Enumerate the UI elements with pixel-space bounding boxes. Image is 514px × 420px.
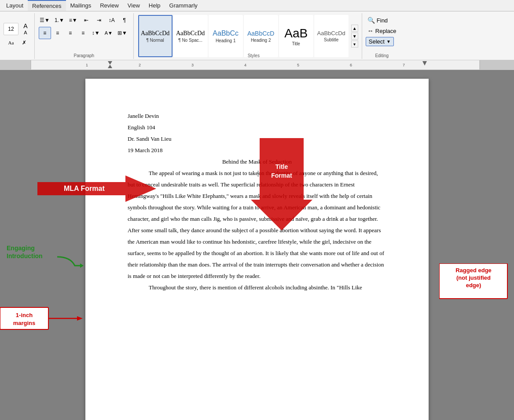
style-heading1[interactable]: AaBbCc Heading 1 — [209, 15, 243, 57]
svg-text:edge): edge) — [466, 282, 481, 289]
paragraph-label: Paragraph — [73, 52, 94, 58]
font-size-input[interactable]: 12 — [4, 23, 18, 35]
ribbon: Layout References Mailings Review View H… — [0, 0, 514, 60]
find-btn[interactable]: 🔍 Find — [366, 16, 389, 25]
svg-rect-23 — [439, 263, 507, 299]
select-dropdown-icon: ▼ — [386, 39, 391, 44]
essay-title: Behind the Mask of Seduction — [128, 156, 386, 168]
font-size-group: 12 A A Aa ✗ — [1, 13, 35, 59]
svg-marker-22 — [80, 263, 84, 268]
clear-format-btn[interactable]: ✗ — [18, 37, 30, 49]
style-h2-preview: AaBbCcD — [247, 30, 274, 37]
line-spacing-btn[interactable]: ↕▼ — [90, 27, 102, 39]
svg-text:1: 1 — [86, 63, 88, 67]
svg-text:Introduction: Introduction — [7, 252, 43, 259]
show-marks-btn[interactable]: ¶ — [118, 14, 131, 26]
select-btn[interactable]: Select ▼ — [366, 37, 394, 46]
decrease-indent-btn[interactable]: ⇤ — [80, 14, 92, 26]
professor-line: Dr. Sandi Van Lieu — [128, 133, 386, 145]
style-title-label: Title — [292, 41, 300, 46]
style-title-preview: AaB — [284, 26, 308, 40]
svg-rect-0 — [0, 60, 514, 70]
svg-text:4: 4 — [244, 63, 246, 67]
font-case-btn[interactable]: Aa — [5, 37, 17, 49]
course-line: English 104 — [128, 122, 386, 133]
svg-text:Engaging: Engaging — [7, 245, 35, 252]
style-nospace-preview: AaBbCcDd — [176, 30, 205, 37]
svg-rect-29 — [0, 307, 48, 329]
editing-group: 🔍 Find ↔ Replace Select ▼ Editing — [362, 13, 402, 59]
borders-btn[interactable]: ⊞▼ — [115, 27, 129, 39]
style-subtitle-preview: AaBbCcDd — [317, 30, 345, 37]
tab-mailings[interactable]: Mailings — [66, 0, 96, 11]
style-h2-label: Heading 2 — [251, 38, 271, 43]
style-heading2[interactable]: AaBbCcD Heading 2 — [244, 15, 278, 57]
document-page: Janelle Devin English 104 Dr. Sandi Van … — [85, 79, 429, 420]
styles-group: AaBbCcDd ¶ Normal AaBbCcDd ¶ No Spac... … — [134, 13, 362, 59]
replace-label: Replace — [375, 28, 397, 34]
justify-btn[interactable]: ≡ — [77, 27, 89, 39]
replace-icon: ↔ — [367, 27, 374, 34]
svg-text:1-inch: 1-inch — [16, 312, 33, 318]
date-line: 19 March 2018 — [128, 145, 386, 156]
svg-rect-1 — [0, 60, 31, 70]
essay-paragraph-1: The appeal of wearing a mask is not just… — [128, 168, 386, 282]
styles-scroll-down[interactable]: ▼ — [351, 33, 358, 40]
svg-rect-2 — [480, 60, 514, 70]
increase-indent-btn[interactable]: ⇥ — [93, 14, 105, 26]
style-subtitle-label: Subtitle — [324, 37, 338, 42]
increase-font-btn[interactable]: A — [19, 23, 32, 29]
replace-btn[interactable]: ↔ Replace — [366, 26, 398, 35]
align-left-btn[interactable]: ≡ — [39, 27, 51, 39]
ribbon-tab-bar: Layout References Mailings Review View H… — [0, 0, 514, 11]
style-h1-preview: AaBbCc — [213, 29, 239, 37]
svg-text:(not justified: (not justified — [456, 274, 491, 281]
decrease-font-btn[interactable]: A — [19, 29, 32, 36]
bullet-list-btn[interactable]: ☰▼ — [37, 14, 52, 26]
tab-layout[interactable]: Layout — [2, 0, 28, 11]
style-no-space[interactable]: AaBbCcDd ¶ No Spac... — [173, 15, 208, 57]
align-right-btn[interactable]: ≡ — [64, 27, 77, 39]
style-normal-label: ¶ Normal — [146, 38, 164, 43]
author-line: Janelle Devin — [128, 110, 386, 122]
doc-area: Janelle Devin English 104 Dr. Sandi Van … — [0, 70, 514, 420]
styles-scroll: ▲ ▼ ▾ — [350, 14, 359, 58]
engaging-intro-annotation: Engaging Introduction — [4, 241, 92, 278]
styles-expand[interactable]: ▾ — [351, 40, 358, 47]
svg-text:margins: margins — [13, 320, 36, 326]
tab-view[interactable]: View — [123, 0, 144, 11]
svg-text:6: 6 — [350, 63, 352, 67]
style-subtitle[interactable]: AaBbCcDd Subtitle — [314, 15, 349, 57]
editing-label: Editing — [375, 52, 389, 58]
svg-text:5: 5 — [297, 63, 299, 67]
svg-text:Ragged edge: Ragged edge — [455, 267, 492, 274]
styles-scroll-up[interactable]: ▲ — [351, 25, 358, 32]
ruler-inner: 1 2 3 4 5 6 7 — [0, 60, 514, 69]
styles-gallery: AaBbCcDd ¶ Normal AaBbCcDd ¶ No Spac... … — [136, 14, 350, 58]
numbered-list-btn[interactable]: 1.▼ — [52, 14, 66, 26]
ragged-edge-annotation: Ragged edge (not justified edge) — [439, 263, 510, 318]
tab-references[interactable]: References — [28, 0, 66, 11]
align-center-btn[interactable]: ≡ — [51, 27, 64, 39]
style-title[interactable]: AaB Title — [279, 15, 313, 57]
essay-paragraph-2: Throughout the story, there is mention o… — [128, 282, 386, 293]
sort-btn[interactable]: ↕A — [106, 14, 118, 26]
ribbon-content-area: 12 A A Aa ✗ ☰▼ 1.▼ ≡▼ — [0, 11, 514, 60]
svg-marker-33 — [77, 316, 83, 321]
style-normal[interactable]: AaBbCcDd ¶ Normal — [138, 15, 173, 57]
svg-text:2: 2 — [139, 63, 141, 67]
style-normal-preview: AaBbCcDd — [141, 30, 169, 37]
style-h1-label: Heading 1 — [216, 38, 236, 43]
find-icon: 🔍 — [367, 17, 375, 24]
tab-review[interactable]: Review — [95, 0, 123, 11]
paragraph-group: ☰▼ 1.▼ ≡▼ ⇤ ⇥ ↕A ¶ ≡ ≡ ≡ ≡ ↕▼ A▼ ⊞▼ — [35, 13, 134, 59]
tab-help[interactable]: Help — [144, 0, 165, 11]
ruler: 1 2 3 4 5 6 7 — [0, 60, 514, 70]
svg-text:7: 7 — [403, 63, 405, 67]
style-nospace-label: ¶ No Spac... — [178, 38, 202, 43]
multilevel-list-btn[interactable]: ≡▼ — [67, 14, 80, 26]
select-label: Select — [369, 38, 385, 45]
find-label: Find — [377, 17, 388, 24]
shading-btn[interactable]: A▼ — [103, 27, 115, 39]
tab-grammarly[interactable]: Grammarly — [165, 0, 202, 11]
